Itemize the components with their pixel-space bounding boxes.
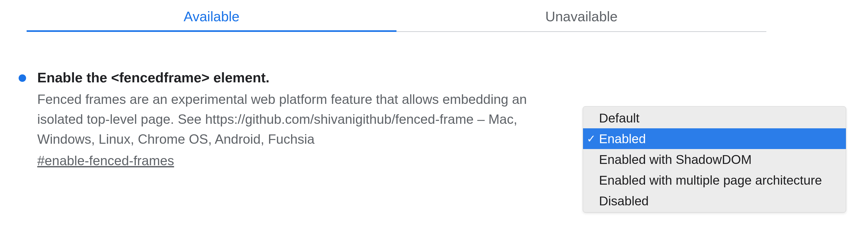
dropdown-option[interactable]: ✓Disabled xyxy=(583,190,846,211)
flag-title: Enable the <fencedframe> element. xyxy=(37,69,575,86)
tab-available[interactable]: Available xyxy=(27,0,397,31)
checkmark-icon: ✓ xyxy=(587,133,596,144)
dropdown-option[interactable]: ✓Default xyxy=(583,108,846,128)
tabs: Available Unavailable xyxy=(27,0,766,32)
dropdown-option[interactable]: ✓Enabled with multiple page architecture xyxy=(583,170,846,190)
dropdown-option-label: Enabled xyxy=(599,131,646,146)
tab-unavailable[interactable]: Unavailable xyxy=(397,0,766,31)
flag-description: Fenced frames are an experimental web pl… xyxy=(37,89,575,149)
status-dot-icon xyxy=(19,74,26,82)
dropdown-option[interactable]: ✓Enabled with ShadowDOM xyxy=(583,149,846,170)
flag-hash-link[interactable]: #enable-fenced-frames xyxy=(37,153,174,168)
flag-state-dropdown[interactable]: ✓Default✓Enabled✓Enabled with ShadowDOM✓… xyxy=(583,106,846,213)
dropdown-option-label: Disabled xyxy=(599,194,649,208)
dropdown-option-label: Default xyxy=(599,111,640,125)
dropdown-option-label: Enabled with multiple page architecture xyxy=(599,173,822,188)
dropdown-option[interactable]: ✓Enabled xyxy=(583,128,846,149)
dropdown-option-label: Enabled with ShadowDOM xyxy=(599,152,752,167)
